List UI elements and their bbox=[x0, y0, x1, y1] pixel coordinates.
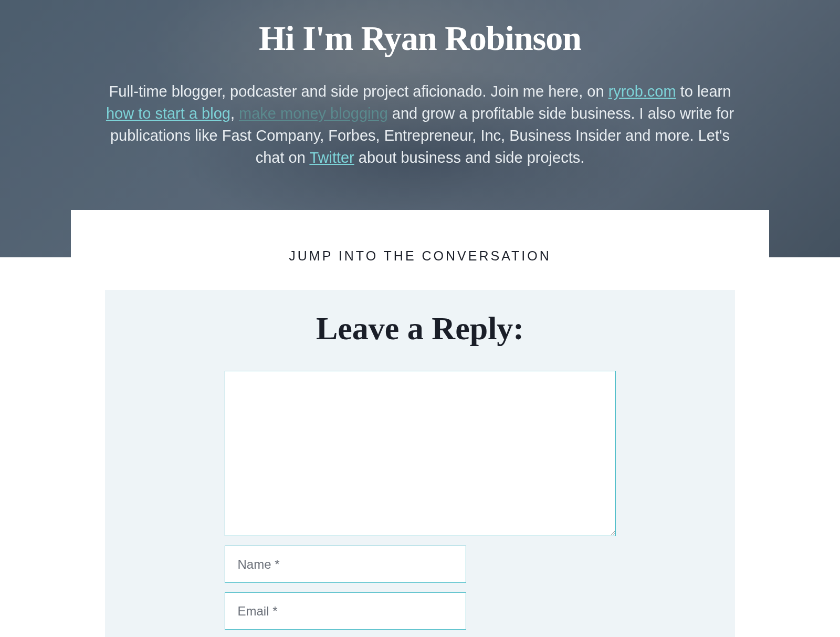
email-field[interactable] bbox=[225, 592, 466, 630]
hero-text-3: , bbox=[230, 105, 239, 122]
link-how-to-start-blog[interactable]: how to start a blog bbox=[106, 105, 230, 122]
reply-title: Leave a Reply: bbox=[105, 310, 735, 347]
hero-text-5: about business and side projects. bbox=[354, 149, 585, 166]
link-twitter[interactable]: Twitter bbox=[309, 149, 354, 166]
conversation-label: JUMP INTO THE CONVERSATION bbox=[71, 248, 769, 264]
reply-section: Leave a Reply: bbox=[105, 290, 735, 637]
hero-content: Hi I'm Ryan Robinson Full-time blogger, … bbox=[84, 0, 756, 169]
name-field[interactable] bbox=[225, 546, 466, 583]
hero-text-2: to learn bbox=[676, 83, 731, 100]
comment-form bbox=[225, 371, 616, 637]
hero-description: Full-time blogger, podcaster and side pr… bbox=[84, 80, 756, 169]
link-ryrob[interactable]: ryrob.com bbox=[608, 83, 676, 100]
conversation-card: JUMP INTO THE CONVERSATION Leave a Reply… bbox=[71, 210, 769, 637]
hero-title: Hi I'm Ryan Robinson bbox=[84, 18, 756, 58]
link-make-money-blogging[interactable]: make money blogging bbox=[239, 105, 388, 122]
hero-text-1: Full-time blogger, podcaster and side pr… bbox=[109, 83, 608, 100]
comment-textarea[interactable] bbox=[225, 371, 616, 536]
